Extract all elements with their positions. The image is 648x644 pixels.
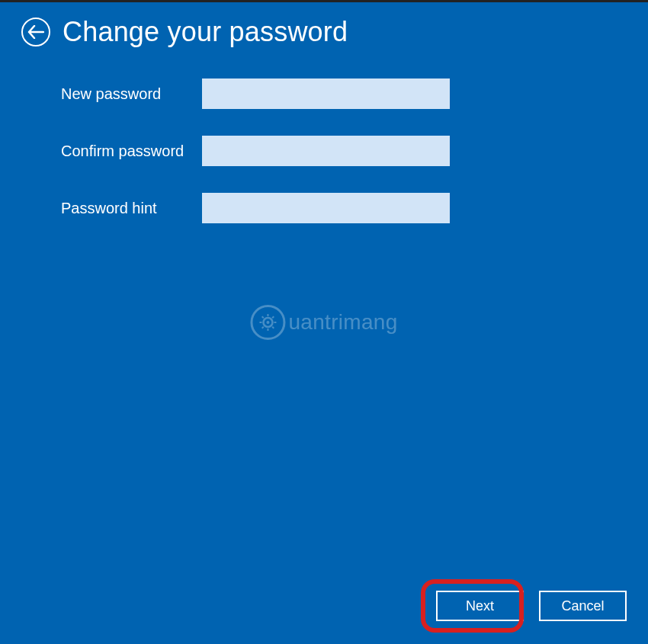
password-form: New password Confirm password Password h… [0,62,648,223]
password-hint-input[interactable] [202,193,450,223]
next-button[interactable]: Next [436,591,524,621]
cancel-button[interactable]: Cancel [539,591,627,621]
page-title: Change your password [63,16,348,48]
svg-line-6 [262,316,264,318]
svg-line-9 [272,316,274,318]
back-button[interactable] [21,18,50,46]
svg-line-7 [272,327,274,328]
svg-line-8 [262,327,264,328]
password-hint-label: Password hint [61,200,202,217]
confirm-password-input[interactable] [202,136,450,166]
back-arrow-icon [27,25,44,39]
confirm-password-label: Confirm password [61,143,202,160]
watermark-icon [250,305,285,340]
new-password-label: New password [61,85,202,103]
watermark: uantrimang [250,305,397,340]
svg-point-1 [266,321,269,324]
new-password-input[interactable] [202,78,450,109]
svg-point-0 [263,318,272,327]
watermark-text: uantrimang [288,310,397,335]
